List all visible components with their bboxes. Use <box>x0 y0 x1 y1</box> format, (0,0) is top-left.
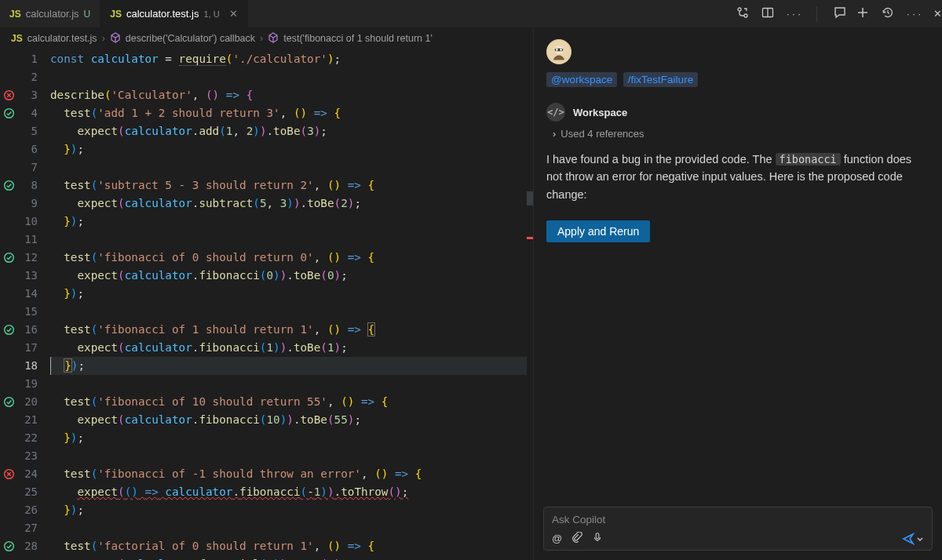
chat-text: I have found a bug in the provided code.… <box>546 153 776 165</box>
tab-label: calculator.test.js <box>126 8 199 20</box>
tab-label: calculator.js <box>26 8 79 20</box>
split-editor-icon[interactable] <box>761 6 774 21</box>
mention-icon[interactable]: @ <box>552 533 562 544</box>
line-number: 27 <box>0 519 50 537</box>
line-number: 8 <box>0 176 50 195</box>
line-number: 23 <box>0 447 50 465</box>
line-number: 1 <box>0 50 50 68</box>
used-references-label: Used 4 references <box>560 128 644 140</box>
editor-pane: JS calculator.test.js › describe('Calcul… <box>0 28 534 560</box>
line-number: 2 <box>0 68 50 86</box>
code-line[interactable]: expect(calculator.fibonacci(0)).toBe(0); <box>50 267 527 285</box>
code-line[interactable]: describe('Calculator', () => { <box>50 86 527 104</box>
svg-point-17 <box>5 542 14 551</box>
breadcrumb-symbol[interactable]: test('fibonacci of 1 should return 1' <box>283 33 433 44</box>
code-line[interactable]: test('fibonacci of -1 should throw an er… <box>50 465 527 483</box>
workspace-agent-label: Workspace <box>573 107 627 118</box>
close-panel-icon[interactable]: ✕ <box>933 8 942 20</box>
line-number: 9 <box>0 195 50 213</box>
chat-input-box[interactable]: Ask Copilot @ <box>543 507 933 551</box>
test-pass-icon[interactable] <box>3 251 15 263</box>
code-line[interactable]: }); <box>50 140 527 158</box>
js-file-icon: JS <box>11 33 23 44</box>
workspace-agent-row: </> Workspace <box>534 98 942 126</box>
code-line[interactable] <box>50 375 527 393</box>
line-number: 6 <box>0 140 50 158</box>
test-fail-icon[interactable] <box>3 467 15 479</box>
code-editor[interactable]: 1234567891011121314151617181920212223242… <box>0 49 533 560</box>
code-line[interactable]: test('factorial of 0 should return 1', (… <box>50 537 527 555</box>
line-number: 4 <box>0 104 50 122</box>
line-number: 12 <box>0 249 50 267</box>
attach-icon[interactable] <box>571 532 582 545</box>
reference-chips: @workspace /fixTestFailure <box>534 71 942 98</box>
code-line[interactable]: test('fibonacci of 10 should return 55',… <box>50 393 527 411</box>
ruler-error-marker <box>527 237 533 239</box>
code-line[interactable]: expect(() => calculator.fibonacci(-1)).t… <box>50 483 527 501</box>
code-line[interactable]: }); <box>50 429 527 447</box>
code-line[interactable]: }); <box>50 213 527 231</box>
code-line[interactable]: expect(calculator.fibonacci(1)).toBe(1); <box>50 339 527 357</box>
ruler-cursor-marker <box>527 191 533 205</box>
svg-point-0 <box>738 8 741 11</box>
code-line[interactable]: expect(calculator.factorial(0)).toBe(1); <box>50 555 527 560</box>
tab-calculator-js[interactable]: JS calculator.js U <box>0 0 100 27</box>
tab-calculator-test-js[interactable]: JS calculator.test.js 1, U ✕ <box>100 0 247 27</box>
line-number: 17 <box>0 339 50 357</box>
tab-bar: JS calculator.js U JS calculator.test.js… <box>0 0 942 28</box>
test-fail-icon[interactable] <box>3 89 15 100</box>
chat-panel-actions: · · · ✕ <box>856 6 942 21</box>
breadcrumb-symbol[interactable]: describe('Calculator') callback <box>126 33 255 44</box>
compare-changes-icon[interactable] <box>736 6 749 21</box>
svg-point-1 <box>744 14 747 17</box>
code-line[interactable]: expect(calculator.subtract(5, 3)).toBe(2… <box>50 195 527 213</box>
code-line[interactable]: expect(calculator.fibonacci(10)).toBe(55… <box>50 411 527 429</box>
line-number: 11 <box>0 231 50 249</box>
more-actions-icon[interactable]: · · · <box>787 8 801 20</box>
breadcrumb-file[interactable]: calculator.test.js <box>27 33 97 44</box>
microphone-icon[interactable] <box>592 532 603 545</box>
chat-panel-icon[interactable] <box>833 5 847 22</box>
test-pass-icon[interactable] <box>3 540 15 551</box>
code-line[interactable]: const calculator = require('./calculator… <box>50 50 527 68</box>
code-line[interactable] <box>50 158 527 176</box>
copilot-chat-pane: @workspace /fixTestFailure </> Workspace… <box>534 28 942 560</box>
code-line[interactable] <box>50 231 527 249</box>
code-line[interactable]: expect(calculator.add(1, 2)).toBe(3); <box>50 122 527 140</box>
code-area[interactable]: const calculator = require('./calculator… <box>50 49 527 560</box>
code-line[interactable]: test('add 1 + 2 should return 3', () => … <box>50 104 527 122</box>
close-icon[interactable]: ✕ <box>229 8 238 20</box>
test-pass-icon[interactable] <box>3 107 15 118</box>
used-references-toggle[interactable]: ›Used 4 references <box>534 126 942 147</box>
new-chat-icon[interactable] <box>856 6 869 21</box>
code-line[interactable]: }); <box>50 501 527 519</box>
code-line[interactable] <box>50 447 527 465</box>
test-pass-icon[interactable] <box>3 395 15 407</box>
code-line[interactable] <box>50 519 527 537</box>
svg-point-22 <box>560 49 562 51</box>
code-line[interactable]: }); <box>50 285 527 303</box>
code-line[interactable] <box>50 68 527 86</box>
test-pass-icon[interactable] <box>3 179 15 191</box>
code-line[interactable]: test('subtract 5 - 3 should return 2', (… <box>50 176 527 195</box>
code-line[interactable]: test('fibonacci of 1 should return 1', (… <box>50 321 527 339</box>
svg-point-13 <box>5 398 14 407</box>
overview-ruler[interactable] <box>527 49 533 560</box>
test-pass-icon[interactable] <box>3 323 15 335</box>
svg-point-21 <box>556 49 558 51</box>
scm-status-badge: U <box>84 9 91 20</box>
chevron-right-icon: › <box>553 128 556 140</box>
line-number: 18 <box>0 357 50 375</box>
code-line[interactable]: test('fibonacci of 0 should return 0', (… <box>50 249 527 267</box>
line-number: 28 <box>0 537 50 555</box>
code-line[interactable]: }); <box>50 357 527 375</box>
breadcrumb[interactable]: JS calculator.test.js › describe('Calcul… <box>0 28 533 49</box>
workspace-chip[interactable]: @workspace <box>546 72 617 87</box>
code-line[interactable] <box>50 303 527 321</box>
apply-and-rerun-button[interactable]: Apply and Rerun <box>546 220 650 242</box>
history-icon[interactable] <box>882 6 894 21</box>
send-button[interactable] <box>902 533 924 545</box>
svg-point-12 <box>5 325 14 335</box>
more-actions-icon[interactable]: · · · <box>907 8 921 20</box>
fix-test-failure-chip[interactable]: /fixTestFailure <box>623 72 698 87</box>
